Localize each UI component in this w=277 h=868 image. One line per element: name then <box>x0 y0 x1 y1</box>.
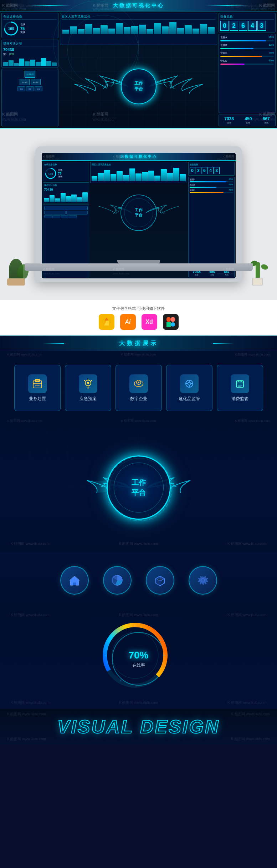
svg-rect-18 <box>166 322 171 327</box>
stat-667: 667 <box>263 116 270 121</box>
progress-panel: 设备A 85% 设备B 62% <box>219 34 276 113</box>
online-panel-title: 在线设备总数 <box>3 15 57 20</box>
wm-top-right: K 酷图网 www.ikutu.com <box>235 352 270 357</box>
online-label: 在线 <box>20 23 25 26</box>
cube-icon-circle[interactable] <box>146 566 174 595</box>
feature-card-consumption[interactable]: 消费监管 <box>217 365 263 411</box>
visual-design-section: K 酷图网 www.ikutu.com K 酷图网 www.ikutu.com … <box>0 709 277 745</box>
chart-icon-circle[interactable] <box>103 566 132 595</box>
svg-text:100: 100 <box>48 172 53 176</box>
digit-6: 6 <box>239 21 247 31</box>
dashboard-right-panel: 设备总数 0 2 6 4 3 设备A <box>219 13 276 126</box>
title-bar-deco-right <box>213 343 234 344</box>
title-bar-deco-left <box>43 343 64 344</box>
wm-vd-right: K 酷图网 www.ikutu.com <box>231 712 270 717</box>
stats-panel: 规程对比分析 70438 99 +2% <box>1 40 58 67</box>
plant-right <box>248 257 270 286</box>
svg-point-31 <box>138 382 139 383</box>
svg-point-17 <box>171 322 175 327</box>
business-label: 业务处置 <box>29 396 46 402</box>
digital-icon <box>129 374 148 393</box>
laptop-base <box>25 263 253 271</box>
bar-18 <box>193 29 199 34</box>
cube-icon-svg <box>153 573 167 587</box>
bar-16 <box>177 28 184 34</box>
digit-0: 0 <box>220 21 229 31</box>
emergency-label: 应急预案 <box>79 396 97 402</box>
laptop-right-2: 项目A85% 项目B62% 项目C78% <box>188 177 235 267</box>
digit-4: 4 <box>248 21 257 31</box>
consumption-icon <box>231 374 249 393</box>
laptop-container: 大数据可视化中心 在线设备总数 100 <box>35 146 242 282</box>
software-label: 文件包含格式 可使用如下软件 <box>112 306 164 311</box>
wm-gauge-right: K 酷图网 www.ikutu.com <box>227 612 266 617</box>
gear-icon-circle[interactable] <box>189 566 217 595</box>
icons-section: K 酷图网 www.ikutu.com K 酷图网 www.ikutu.com … <box>0 552 277 609</box>
svg-point-63 <box>112 632 158 678</box>
svg-line-26 <box>91 380 92 381</box>
feature-card-digital[interactable]: 数字企业 <box>116 365 162 411</box>
dashboard-header: 大数据可视化中心 <box>0 0 277 11</box>
emblem-main-circle: 工作 平台 <box>107 455 171 520</box>
online-devices-panel: 在线设备总数 100 在线 <box>1 13 58 38</box>
svg-line-25 <box>84 380 85 381</box>
hazard-label: 危化品监管 <box>179 396 200 402</box>
digit-2: 2 <box>230 21 238 31</box>
software-section: 文件包含格式 可使用如下软件 Ai Xd <box>0 300 277 335</box>
emblem-section: 工作 平台 K 酷图网 www.ikutu.com K 酷图网 www.ikut… <box>0 423 277 552</box>
stats-panel-title: 规程对比分析 <box>3 41 57 46</box>
gauge-arc-svg <box>99 620 171 691</box>
laptop-notch <box>117 260 160 263</box>
plant-left <box>7 257 29 286</box>
stats-val2: 99 <box>3 52 6 56</box>
org-panel: 企业总部 运营管理 安全监管 <box>1 69 58 126</box>
feature-card-emergency[interactable]: 应急预案 <box>65 365 111 411</box>
wm-top-mid: K 酷图网 www.ikutu.com <box>121 352 156 357</box>
laptop-title: 大数据可视化中心 <box>120 154 157 159</box>
number-display: 0 2 6 4 3 <box>220 21 274 31</box>
figma-icon[interactable] <box>163 314 179 330</box>
home-icon-circle[interactable] <box>60 566 89 595</box>
wm-vd-left: K 酷图网 www.ikutu.com <box>7 712 46 717</box>
xd-icon[interactable]: Xd <box>142 314 157 330</box>
feature-card-business[interactable]: 业务处置 <box>14 365 61 411</box>
header-deco-left <box>29 5 71 6</box>
feature-card-hazard[interactable]: 危化品监管 <box>166 365 212 411</box>
stats-val1: 70438 <box>3 47 57 52</box>
wm-top-left: K 酷图网 www.ikutu.com <box>7 352 42 357</box>
svg-text:平台: 平台 <box>135 213 143 217</box>
business-icon <box>28 374 47 393</box>
ai-icon[interactable]: Ai <box>120 314 136 330</box>
center-emblem-text: 工作 平台 <box>134 81 143 92</box>
svg-point-45 <box>109 458 170 519</box>
bar-17 <box>185 25 191 34</box>
laptop-right-1: 设备总数 0 2 6 4 3 <box>188 162 235 176</box>
consumption-label: 消费监管 <box>231 396 248 402</box>
svg-point-44 <box>108 456 172 521</box>
svg-rect-14 <box>166 317 171 322</box>
dashboard-title: 大数据可视化中心 <box>113 2 164 9</box>
sketch-icon[interactable] <box>99 314 114 330</box>
laptop-panel-1: 在线设备总数 100 在线 75 <box>43 162 89 181</box>
stats-val3: +2% <box>9 52 14 56</box>
dashboard-left-panel: 在线设备总数 100 在线 <box>1 13 58 126</box>
bar-20 <box>208 27 215 34</box>
software-icons-row: Ai Xd <box>99 314 179 330</box>
visual-design-text: VISUAL DESIGN <box>57 716 220 737</box>
center-emblem-circle: 工作 平台 <box>121 69 157 104</box>
bar-11 <box>139 25 146 34</box>
offline-label: 离线 <box>20 31 25 34</box>
svg-rect-15 <box>171 317 175 322</box>
bar-12 <box>147 29 153 34</box>
svg-rect-46 <box>73 582 76 585</box>
svg-point-29 <box>87 382 89 384</box>
bar-15 <box>169 22 176 34</box>
bar-14 <box>162 26 169 34</box>
wm-mid-mid: K 酷图网 www.ikutu.com <box>121 419 156 423</box>
offline-val: 75 <box>20 26 25 31</box>
wm-vd-br: K 酷图网 www.ikutu.com <box>231 737 270 742</box>
dashboard-section: 大数据可视化中心 在线设备总数 <box>0 0 277 128</box>
section-title-bar: 大数据展示 <box>0 335 277 351</box>
wm-gauge-mid: K 酷图网 www.ikutu.com <box>119 612 158 617</box>
svg-text:工作: 工作 <box>135 208 143 212</box>
